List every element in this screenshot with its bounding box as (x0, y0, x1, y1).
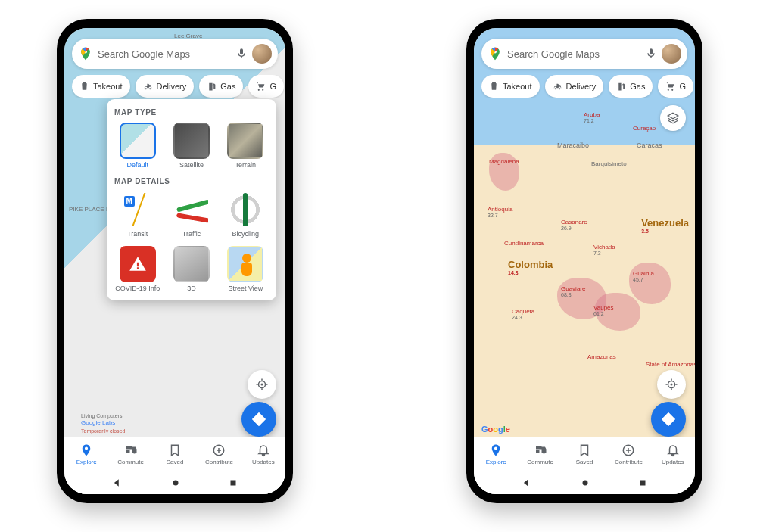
profile-avatar[interactable] (252, 44, 272, 64)
maptype-terrain[interactable]: Terrain (223, 123, 269, 170)
nav-contribute[interactable]: Contribute (606, 443, 650, 465)
map-label: Google Labs (81, 419, 115, 426)
chip-takeout[interactable]: Takeout (481, 75, 540, 98)
layers-button[interactable] (660, 105, 686, 131)
gmaps-logo-icon (78, 46, 93, 61)
panel-section-details: MAP DETAILS (114, 177, 269, 185)
thumb-covid (120, 246, 156, 282)
nav-explore[interactable]: Explore (474, 443, 518, 465)
chip-label: Takeout (503, 82, 532, 91)
chip-delivery[interactable]: Delivery (136, 75, 195, 98)
google-watermark: Google (481, 425, 510, 434)
pin-icon (79, 443, 93, 457)
chip-takeout[interactable]: Takeout (72, 75, 130, 98)
thumb-streetview (227, 246, 263, 282)
nav-saved[interactable]: Saved (153, 443, 197, 465)
map-label: Temporarily closed (81, 428, 125, 434)
category-chips: Takeout Delivery Gas G (481, 75, 695, 98)
thumb-label: Traffic (182, 231, 201, 238)
map-label-caracas: Caracas (637, 142, 662, 149)
locate-button[interactable] (657, 370, 686, 399)
thumb-label: Street View (228, 285, 263, 293)
map-label-magdalena: Magdalena (489, 158, 519, 165)
thumb-label: Bicycling (232, 231, 260, 238)
thumb-default (120, 123, 156, 159)
directions-icon (660, 411, 677, 428)
directions-fab[interactable] (651, 402, 686, 437)
map-label-antioquia: Antioquia32.7 (488, 206, 512, 218)
thumb-traffic (173, 191, 210, 228)
detail-transit[interactable]: Transit (114, 191, 160, 238)
detail-3d[interactable]: 3D (168, 246, 214, 293)
map-label-caqueta: Caquetá24.3 (512, 308, 534, 320)
thumb-label: 3D (187, 285, 196, 293)
back-button[interactable] (522, 478, 532, 488)
nav-updates[interactable]: Updates (651, 443, 695, 465)
nav-contribute[interactable]: Contribute (197, 443, 241, 465)
search-bar[interactable]: Search Google Maps (72, 39, 278, 69)
chip-gas[interactable]: Gas (609, 75, 653, 98)
map-layers-panel: MAP TYPE Default Satellite Terrain MAP D… (107, 99, 276, 300)
chip-label: G (269, 82, 276, 91)
chip-gas[interactable]: Gas (199, 75, 243, 98)
nav-saved[interactable]: Saved (562, 443, 606, 465)
plus-circle-icon (621, 443, 635, 457)
chip-delivery[interactable]: Delivery (545, 75, 604, 98)
recents-button[interactable] (229, 478, 238, 487)
nav-label: Explore (486, 459, 506, 465)
svg-rect-11 (640, 481, 646, 486)
locate-button[interactable] (248, 370, 276, 399)
chip-label: Gas (220, 82, 235, 91)
map-label-colombia: Colombia14.3 (508, 259, 553, 275)
thumb-label: Transit (127, 231, 148, 238)
svg-point-10 (583, 481, 588, 486)
nav-label: Saved (576, 459, 593, 465)
home-button[interactable] (580, 478, 590, 488)
mic-icon[interactable] (235, 48, 248, 60)
nav-explore[interactable]: Explore (64, 443, 108, 465)
map-label: PIKE PLACE MARKET (69, 206, 107, 213)
map-label-guaviare: Guaviare68.8 (561, 285, 585, 297)
nav-label: Saved (167, 459, 184, 465)
home-button[interactable] (170, 478, 181, 488)
panel-section-maptype: MAP TYPE (114, 108, 269, 117)
screen-right: Aruba71.2 Curaçao Maracaibo Caracas Barq… (474, 28, 695, 494)
nav-label: Contribute (205, 459, 233, 465)
cart-icon (665, 82, 675, 92)
chip-label: Delivery (157, 82, 187, 91)
detail-covid[interactable]: COVID-19 Info (114, 246, 160, 293)
maptype-satellite[interactable]: Satellite (168, 123, 214, 170)
screen-left: Lee Grave Union Park PIKE PLACE MARKET L… (64, 28, 285, 494)
maptype-default[interactable]: Default (114, 123, 160, 170)
map-label-maracaibo: Maracaibo (557, 142, 589, 149)
delivery-icon (143, 82, 153, 92)
commute-icon (124, 443, 138, 457)
chip-groceries[interactable]: G (248, 75, 284, 98)
back-button[interactable] (112, 478, 123, 488)
search-bar[interactable]: Search Google Maps (481, 39, 687, 69)
detail-streetview[interactable]: Street View (223, 246, 269, 293)
gas-icon (207, 82, 217, 92)
map-label-cundinamarca: Cundinamarca (504, 240, 544, 247)
android-nav (474, 471, 695, 494)
detail-traffic[interactable]: Traffic (168, 191, 214, 238)
nav-label: Commute (117, 459, 144, 465)
nav-updates[interactable]: Updates (241, 443, 285, 465)
directions-fab[interactable] (241, 402, 276, 437)
nav-commute[interactable]: Commute (108, 443, 152, 465)
nav-commute[interactable]: Commute (518, 443, 562, 465)
svg-point-8 (671, 384, 673, 386)
profile-avatar[interactable] (662, 44, 681, 64)
nav-label: Updates (252, 459, 275, 465)
detail-bicycling[interactable]: Bicycling (223, 191, 269, 238)
crosshair-icon (665, 378, 678, 391)
recents-button[interactable] (638, 478, 647, 487)
map-label-vichada: Vichada7.3 (593, 244, 615, 256)
mic-icon[interactable] (645, 48, 657, 60)
bottom-nav: Explore Commute Saved Contribute Updates (64, 437, 285, 471)
gmaps-logo-icon (488, 46, 503, 61)
search-placeholder: Search Google Maps (507, 48, 640, 60)
bottom-nav: Explore Commute Saved Contribute Updates (474, 437, 695, 471)
warning-icon (128, 254, 148, 274)
chip-groceries[interactable]: G (658, 75, 693, 98)
